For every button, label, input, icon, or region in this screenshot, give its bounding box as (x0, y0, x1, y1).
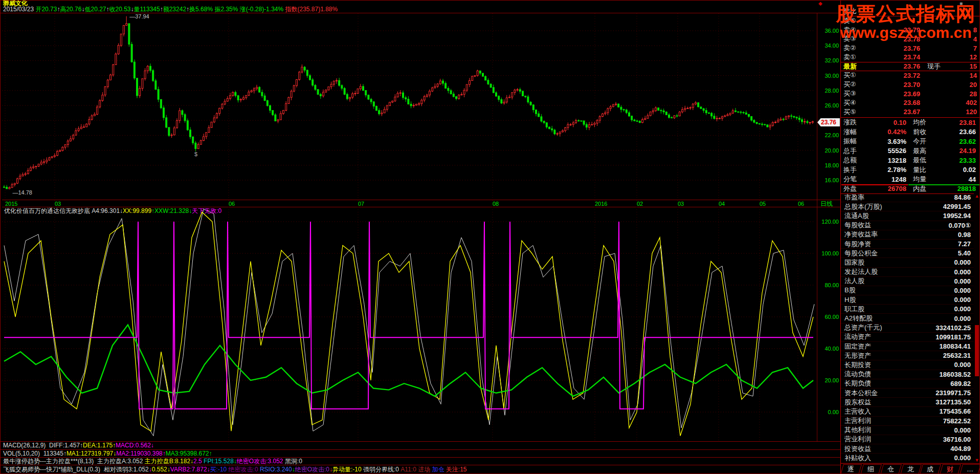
price-axis-label: 32.00 (818, 57, 839, 63)
sidebar-tab-3[interactable]: 龙 (900, 464, 922, 474)
status-segment: 2.5 (193, 458, 204, 465)
price-axis-label: 22.00 (818, 132, 839, 138)
financial-value: 1099181.75 (871, 333, 973, 341)
scroll-up-icon[interactable]: ▲ (974, 193, 980, 199)
bid-row-5[interactable]: 买⑤23.67120 (841, 107, 980, 117)
status-segment: 主力控盘B:8.182 (145, 458, 190, 465)
info-segment: 收20.53 (109, 6, 131, 13)
stat-value: 3.63% (867, 138, 910, 145)
ask-row-3[interactable]: 卖③23.784 (841, 34, 980, 44)
indicator-status-row[interactable]: VOL(5,10,20) 113345↑MA1:127319.797↓MA2:1… (0, 449, 840, 457)
financial-label: 市盈率 (841, 193, 864, 202)
sidebar-tab-0[interactable]: 逐 (840, 464, 862, 474)
sidebar-tab-label: … (967, 465, 974, 474)
financial-row: 主营收入175435.66 (841, 407, 973, 416)
indicator-axis-label: 0.00 (818, 409, 839, 415)
price-axis-label: 34.00 (818, 42, 839, 49)
financial-label: 长期负债 (841, 379, 871, 388)
indicator-chart[interactable] (2, 207, 817, 441)
financial-label: 每股收益 (841, 221, 871, 230)
indicator-title-bar[interactable]: 优化价值百万的通达信无敌抄底 A4:96.301↓XX:99.899↑XXW:2… (4, 208, 221, 214)
scroll-thumb[interactable] (975, 325, 979, 376)
time-axis-label: 2016 (595, 201, 607, 207)
indicator-status-row[interactable]: 最牛涨停趋势---主力控盘***(8,13) 主力控盘A:3.052 主力控盘B… (0, 457, 840, 465)
sidebar-scrollbar[interactable]: ▲ ▼ (974, 193, 980, 463)
weibi-row[interactable]: 委比 (841, 7, 980, 16)
svg-text:—37.94: —37.94 (129, 13, 149, 19)
stat-row: 涨跌0.10均价23.81 (841, 118, 980, 127)
ohlc-info-bar: 2015/03/23 开20.73↑高20.76↓低20.27↑收20.53↓量… (3, 6, 338, 13)
stat-label: 涨跌 (841, 118, 867, 127)
stat-label: 均价 (910, 118, 937, 127)
financial-row: 营业利润36716.00 (841, 435, 973, 444)
ask-row-2[interactable]: 卖②23.767 (841, 44, 980, 53)
status-segment: MA2:119030.398 (116, 450, 163, 457)
stat-label: 分笔 (841, 175, 867, 184)
info-segment: 开20.73 (35, 6, 57, 13)
order-book: 委比卖⑤卖④23.798卖③23.784卖②23.767卖①23.7412最新2… (841, 7, 980, 117)
latest-label: 最新 (841, 62, 869, 71)
candlestick-pane[interactable]: —37.94—14.78$ (2, 13, 817, 201)
stat-value: 23.81 (937, 119, 980, 126)
financial-label: 国家股 (841, 258, 864, 267)
financial-label: 主营利润 (841, 416, 871, 425)
sidebar-tab-2[interactable]: 仓 (880, 464, 902, 474)
candlestick-chart[interactable]: —37.94—14.78$ (2, 13, 817, 201)
stat-row: 外盘26708内盘28818 (841, 184, 980, 194)
financial-value: 0.000 (878, 268, 973, 276)
financial-value: 0.000 (871, 361, 973, 369)
ask-label: 卖③ (841, 34, 869, 44)
stat-row: 总额13218最低23.33 (841, 156, 980, 165)
financial-label: 职工股 (841, 305, 864, 314)
financial-value: 75822.52 (871, 417, 973, 425)
waipan-bar (841, 184, 908, 185)
ask-row-1[interactable]: 卖①23.7412 (841, 53, 980, 62)
bid-row-2[interactable]: 买②23.7020 (841, 80, 980, 89)
financial-value: 84.86 (864, 193, 973, 201)
scroll-down-icon[interactable]: ▼ (974, 457, 980, 463)
period-label[interactable]: 日线 (820, 201, 833, 207)
bid-row-3[interactable]: 买③23.6928 (841, 89, 980, 98)
sidebar-tab-4[interactable]: 成 (920, 464, 942, 474)
financial-row: 无形资产25632.31 (841, 351, 973, 360)
financial-row: 净资收益率0.98 (841, 230, 973, 240)
time-axis: 20150306070820160203040506 (0, 201, 840, 207)
financial-value: 36716.00 (871, 436, 973, 443)
ask-volume: 8 (920, 26, 980, 34)
sidebar-tab-5[interactable]: 财 (940, 464, 961, 474)
financial-value: 19952.94 (869, 212, 973, 220)
indicator-pane[interactable] (2, 207, 817, 441)
latest-price-row[interactable]: 最新23.76现手15 (841, 62, 980, 71)
sidebar-tab-6[interactable]: … (960, 464, 980, 474)
drawing-tool-icon[interactable]: ◆ (818, 1, 822, 6)
sidebar-tab-label: 龙 (907, 465, 914, 474)
financial-label: 总股本(万股) (841, 202, 882, 211)
sidebar-tab-1[interactable]: 细 (860, 464, 882, 474)
divider-chart-bottom (2, 200, 840, 200)
indicator-status-row[interactable]: MACD(26,12,9) DIFF:1.457↑DEA:1.175↑MACD:… (0, 441, 840, 449)
A4-white-line (4, 209, 814, 436)
indicator-status-row[interactable]: 飞狐交易师势---快刀*辅助_DLL(0.3) 相对强弱3:1.052↓0.55… (0, 465, 840, 474)
financial-row: 固定资产180834.41 (841, 342, 973, 351)
status-segment: 强弱分界线:0 (363, 466, 400, 473)
financial-row: 流动资产1099181.75 (841, 333, 973, 342)
financial-label: B股 (841, 286, 856, 295)
financial-label: 资本公积金 (841, 389, 878, 398)
ask-row-5[interactable]: 卖⑤ (841, 16, 980, 26)
price-axis-label: 18.00 (818, 162, 839, 168)
bid-row-1[interactable]: 买①23.7214 (841, 71, 980, 80)
financial-row: 总资产(千元)3324102.25 (841, 324, 973, 333)
ask-volume: 12 (920, 53, 980, 61)
bid-row-4[interactable]: 买④23.68402 (841, 98, 980, 107)
financial-row: 法人股0.000 (841, 277, 973, 286)
info-segment: 指数(235.87)1.88% (285, 6, 338, 13)
current-price-tag: 23.76 (817, 118, 840, 126)
info-segment: 换5.68% (189, 6, 214, 13)
ask-row-4[interactable]: 卖④23.798 (841, 26, 980, 35)
financial-value: 7.27 (871, 240, 973, 248)
stat-value: 28818 (937, 185, 980, 192)
stat-row: 总手55526最高24.19 (841, 146, 980, 156)
price-axis-label: 30.00 (818, 73, 839, 79)
stat-value: 0.42% (867, 128, 910, 136)
indicator-title-segment: 天下无敌:0 (192, 207, 221, 214)
